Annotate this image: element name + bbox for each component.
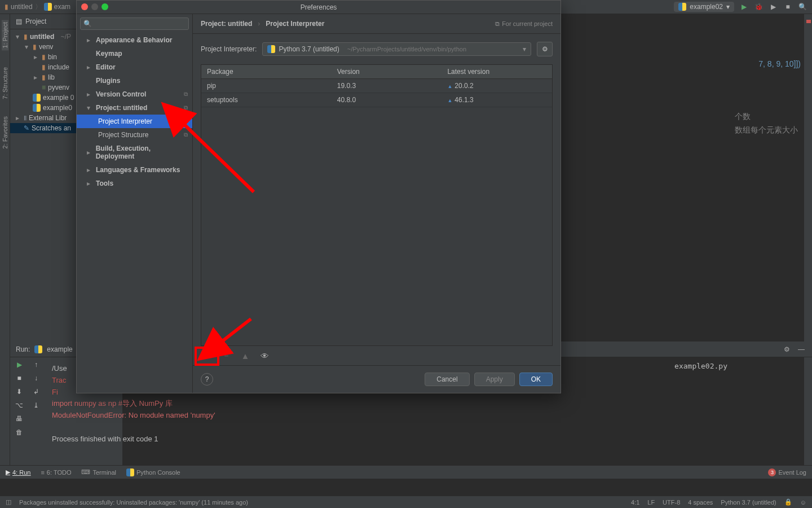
interpreter-settings-button[interactable]: ⚙ [537,42,553,56]
minimize-icon[interactable] [91,3,98,10]
preferences-dialog: Preferences 🔍 ▸Appearance & Behavior Key… [76,0,561,393]
breadcrumb-file[interactable]: exam [54,3,70,11]
stop-icon[interactable]: ■ [783,2,793,12]
code-fragment: 7, 8, 9, 10]]) [758,59,801,68]
search-icon: 🔍 [83,20,92,28]
down-arrow-icon[interactable]: ↓ [34,374,38,382]
console-tail: example02.py [674,362,727,370]
cancel-button[interactable]: Cancel [425,373,469,386]
debug-icon[interactable]: 🐞 [753,2,764,12]
cat-project-structure[interactable]: Project Structure⧉ [77,128,192,142]
add-package-button[interactable]: ＋ [201,349,213,362]
interpreter-dropdown[interactable]: Python 3.7 (untitled) ~/PycharmProjects/… [262,42,531,56]
cat-keymap[interactable]: Keymap [77,47,192,60]
cat-build[interactable]: ▸Build, Execution, Deployment [77,142,192,163]
col-package[interactable]: Package [201,65,332,78]
col-version[interactable]: Version [332,65,442,78]
top-right-controls: example02 ▾ ▶ 🐞 ▶ ■ 🔍 [674,2,807,12]
event-log-button[interactable]: 3 Event Log [768,468,806,476]
run-tool-button[interactable]: ▶ 4: Run [6,468,30,476]
prefs-crumb-page: Project Interpreter [266,20,324,28]
minimize-icon[interactable]: — [796,344,806,354]
terminal-tool-button[interactable]: ⌨ Terminal [81,468,116,476]
status-interpreter[interactable]: Python 3.7 (untitled) [721,499,776,506]
breadcrumb-root[interactable]: untitled [11,3,33,11]
cat-project[interactable]: ▾Project: untitled⧉ [77,101,192,115]
favorites-tool-tab[interactable]: 2: Favorites [2,116,8,148]
cat-editor[interactable]: ▸Editor [77,60,192,74]
run-config-dropdown[interactable]: example02 ▾ [674,2,734,12]
package-table-header: Package Version Latest version [201,65,552,79]
prefs-main: Project: untitled › Project Interpreter … [193,14,561,393]
run-config-name: example02 [690,3,723,11]
upgrade-package-button[interactable]: ▲ [239,349,251,362]
python-icon [34,345,42,353]
cat-lang[interactable]: ▸Languages & Frameworks [77,163,192,177]
cat-project-interpreter[interactable]: Project Interpreter⧉ [77,115,192,128]
print-icon[interactable]: 🖶 [16,415,23,423]
cat-plugins[interactable]: Plugins [77,74,192,87]
up-arrow-icon[interactable]: ↑ [34,361,38,369]
settings-icon[interactable]: ⚙ [782,344,792,354]
inspector-icon[interactable]: ☺ [800,499,806,506]
stop-icon[interactable]: ■ [17,374,21,382]
comment-fragment: 个数 数组每个元素大小 [735,110,798,137]
ok-button[interactable]: OK [519,373,553,386]
folder-icon: ▮ [5,3,8,11]
project-header-icon: ▤ [16,17,22,25]
line-sep[interactable]: LF [647,499,655,506]
indent[interactable]: 4 spaces [688,499,713,506]
scope-icon: ⧉ [184,118,188,125]
prefs-titlebar: Preferences [77,1,561,14]
remove-package-button[interactable]: － [220,349,232,362]
run-icon[interactable]: ▶ [739,2,749,12]
run-tab-name[interactable]: example [47,345,72,353]
package-row[interactable]: setuptools40.8.0▲46.1.3 [201,93,552,107]
interpreter-row: Project Interpreter: Python 3.7 (untitle… [193,34,561,64]
encoding[interactable]: UTF-8 [663,499,680,506]
package-row[interactable]: pip19.0.3▲20.0.2 [201,79,552,93]
scroll-icon[interactable]: ⤓ [33,401,39,409]
chevron-down-icon: ▾ [523,45,526,53]
lock-icon[interactable]: 🔒 [784,498,792,506]
zoom-icon[interactable] [102,3,108,10]
cat-tools[interactable]: ▸Tools [77,177,192,190]
structure-tool-tab[interactable]: 7: Structure [2,67,8,99]
prefs-crumb-project: Project: untitled [201,20,252,28]
python-icon [44,3,52,11]
col-latest[interactable]: Latest version [442,65,552,78]
tool-windows-icon[interactable]: ◫ [6,498,11,506]
search-everywhere-icon[interactable]: 🔍 [797,2,807,12]
cat-appearance[interactable]: ▸Appearance & Behavior [77,33,192,47]
traffic-lights [81,3,108,10]
show-early-releases-button[interactable]: 👁 [258,349,271,362]
down-icon[interactable]: ⬇ [16,388,22,396]
error-mark[interactable] [806,20,811,23]
rerun-icon[interactable]: ▶ [17,361,22,369]
python-icon [267,45,275,53]
python-icon [678,3,686,11]
caret-pos[interactable]: 4:1 [631,499,639,506]
python-console-button[interactable]: Python Console [126,468,180,476]
apply-button[interactable]: Apply [474,373,515,386]
console-line: Process finished with exit code 1 [52,433,804,445]
gear-icon: ⚙ [542,45,548,53]
cat-vcs[interactable]: ▸Version Control⧉ [77,87,192,101]
wrap-icon[interactable]: ↲ [33,388,39,396]
run-gutter: ▶ ■ ⬇ ⌥ 🖶 🗑 [10,357,28,465]
interpreter-path: ~/PycharmProjects/untitled/venv/bin/pyth… [347,46,466,52]
scope-icon: ⧉ [184,132,188,138]
layout-icon[interactable]: ⌥ [15,401,23,409]
scope-icon: ⧉ [184,91,188,98]
trash-icon[interactable]: 🗑 [16,428,23,436]
close-icon[interactable] [81,3,88,10]
prefs-breadcrumb: Project: untitled › Project Interpreter … [193,14,561,34]
run-with-coverage-icon[interactable]: ▶ [768,2,778,12]
breadcrumb: ▮ untitled 〉 exam [5,2,70,12]
prefs-search-input[interactable] [80,17,189,30]
prefs-title-text: Preferences [301,3,337,11]
scope-icon: ⧉ [495,20,500,28]
todo-tool-button[interactable]: ≡ 6: TODO [41,469,71,476]
help-button[interactable]: ? [201,373,213,386]
project-tool-tab[interactable]: 1: Project [2,20,8,50]
